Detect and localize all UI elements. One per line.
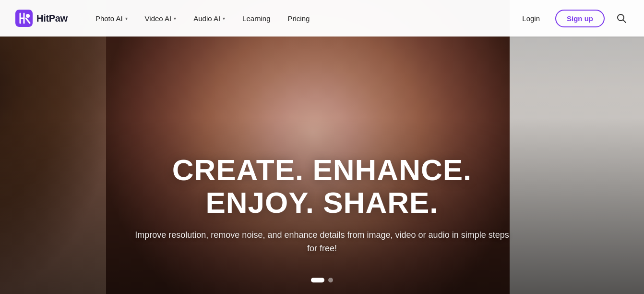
logo-link[interactable]: HitPaw — [15, 10, 68, 27]
nav-links: Photo AI ▾ Video AI ▾ Audio AI ▾ Learnin… — [87, 0, 516, 37]
nav-right: Login Sign up — [516, 10, 629, 27]
svg-point-1 — [26, 14, 30, 18]
search-button[interactable] — [614, 11, 629, 25]
brand-name: HitPaw — [36, 13, 68, 24]
carousel-dot-1[interactable] — [311, 278, 324, 282]
hero-headline: CREATE. ENHANCE. ENJOY. SHARE. — [130, 154, 514, 219]
navbar: HitPaw Photo AI ▾ Video AI ▾ Audio AI ▾ … — [0, 0, 644, 37]
hero-subtext: Improve resolution, remove noise, and en… — [130, 229, 514, 256]
login-button[interactable]: Login — [516, 11, 546, 26]
logo-icon — [15, 10, 33, 27]
audio-ai-chevron-icon: ▾ — [223, 16, 225, 21]
hero-section: CREATE. ENHANCE. ENJOY. SHARE. Improve r… — [0, 0, 644, 294]
hero-content: CREATE. ENHANCE. ENJOY. SHARE. Improve r… — [130, 154, 514, 256]
nav-learning[interactable]: Learning — [234, 0, 279, 37]
carousel-dot-2[interactable] — [328, 278, 333, 282]
nav-video-ai[interactable]: Video AI ▾ — [136, 0, 185, 37]
nav-audio-ai[interactable]: Audio AI ▾ — [185, 0, 234, 37]
nav-photo-ai[interactable]: Photo AI ▾ — [87, 0, 136, 37]
signup-button[interactable]: Sign up — [555, 10, 605, 27]
photo-ai-chevron-icon: ▾ — [125, 16, 128, 21]
nav-pricing[interactable]: Pricing — [279, 0, 319, 37]
video-ai-chevron-icon: ▾ — [174, 16, 176, 21]
carousel-dots — [311, 278, 333, 282]
search-icon — [616, 13, 627, 24]
